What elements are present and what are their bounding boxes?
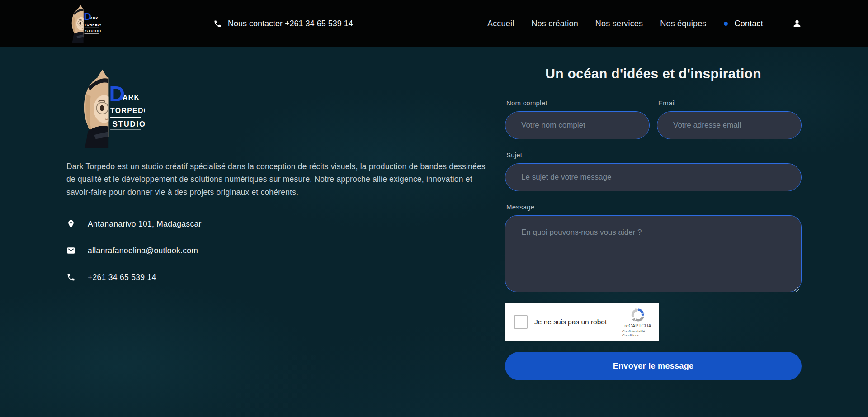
nav-link-contact-label: Contact xyxy=(735,19,763,28)
studio-logo-image: D ARK TORPEDO STUDIO xyxy=(76,69,487,148)
logo-rest: ARK xyxy=(90,16,98,20)
recaptcha-terms-links[interactable]: Confidentialité - Conditions xyxy=(622,329,654,337)
contact-section: D ARK TORPEDO STUDIO Dark Torpedo est un… xyxy=(0,47,868,417)
nav-link-nos-services[interactable]: Nos services xyxy=(595,19,643,28)
message-field-group: Message xyxy=(505,203,802,294)
recaptcha-brand-block: reCAPTCHA Confidentialité - Conditions xyxy=(622,307,654,337)
textarea-resize-handle[interactable] xyxy=(794,287,799,292)
email-text: allanrafanoelina@outlook.com xyxy=(88,246,198,256)
email-field-group: Email xyxy=(657,99,802,139)
contact-form: Un océan d'idées et d'inspiration Nom co… xyxy=(505,47,802,417)
logo-line3: STUDIO xyxy=(113,120,145,128)
navbar-logo[interactable]: D ARK TORPEDO STUDIO xyxy=(68,5,101,43)
message-textarea[interactable] xyxy=(505,215,802,292)
recaptcha-logo-icon xyxy=(630,307,646,322)
form-title: Un océan d'idées et d'inspiration xyxy=(505,66,802,81)
user-account-button[interactable] xyxy=(792,19,802,28)
logo-line3: STUDIO xyxy=(85,29,101,33)
send-message-button[interactable]: Envoyer le message xyxy=(505,352,802,380)
about-column: D ARK TORPEDO STUDIO Dark Torpedo est un… xyxy=(66,47,487,417)
phone-icon xyxy=(213,19,222,28)
contact-info-list: Antananarivo 101, Madagascar allanrafano… xyxy=(66,216,487,296)
name-label: Nom complet xyxy=(506,99,650,107)
email-label: Email xyxy=(658,99,802,107)
subject-field-group: Sujet xyxy=(505,151,802,191)
nav-link-accueil[interactable]: Accueil xyxy=(487,19,514,28)
recaptcha-checkbox[interactable] xyxy=(514,315,528,329)
logo-line2: TORPEDO xyxy=(85,23,101,27)
email-item: allanrafanoelina@outlook.com xyxy=(66,242,487,259)
logo-line2: TORPEDO xyxy=(110,107,145,114)
message-label: Message xyxy=(506,203,802,211)
envelope-icon xyxy=(66,246,75,255)
subject-label: Sujet xyxy=(506,151,802,159)
navbar-phone-link[interactable]: Nous contacter +261 34 65 539 14 xyxy=(213,19,353,28)
name-input[interactable] xyxy=(505,111,650,139)
recaptcha-widget: Je ne suis pas un robot reCAPTCHA Confid… xyxy=(505,303,659,341)
address-item: Antananarivo 101, Madagascar xyxy=(66,216,487,232)
nav-link-contact[interactable]: Contact xyxy=(724,19,763,28)
dark-torpedo-logo-icon: D ARK TORPEDO STUDIO xyxy=(76,69,145,148)
navbar-phone-label: Nous contacter +261 34 65 539 14 xyxy=(228,19,353,28)
navbar: D ARK TORPEDO STUDIO Nous contacter +261… xyxy=(0,0,868,47)
location-pin-icon xyxy=(66,219,75,228)
email-input[interactable] xyxy=(657,111,802,139)
dark-torpedo-logo-icon: D ARK TORPEDO STUDIO xyxy=(68,5,101,43)
subject-input[interactable] xyxy=(505,163,802,191)
studio-description: Dark Torpedo est un studio créatif spéci… xyxy=(66,160,487,199)
address-text: Antananarivo 101, Madagascar xyxy=(88,219,202,229)
main-navigation: Accueil Nos création Nos services Nos éq… xyxy=(487,19,802,28)
phone-icon xyxy=(66,273,75,282)
nav-link-nos-equipes[interactable]: Nos équipes xyxy=(660,19,706,28)
name-field-group: Nom complet xyxy=(505,99,650,139)
recaptcha-brand-name: reCAPTCHA xyxy=(624,323,651,328)
user-icon xyxy=(792,19,802,28)
active-page-dot xyxy=(724,22,728,26)
logo-rest: ARK xyxy=(123,94,140,101)
recaptcha-label: Je ne suis pas un robot xyxy=(534,318,607,326)
phone-text: +261 34 65 539 14 xyxy=(88,273,156,282)
phone-item: +261 34 65 539 14 xyxy=(66,269,487,285)
nav-link-nos-creation[interactable]: Nos création xyxy=(531,19,578,28)
